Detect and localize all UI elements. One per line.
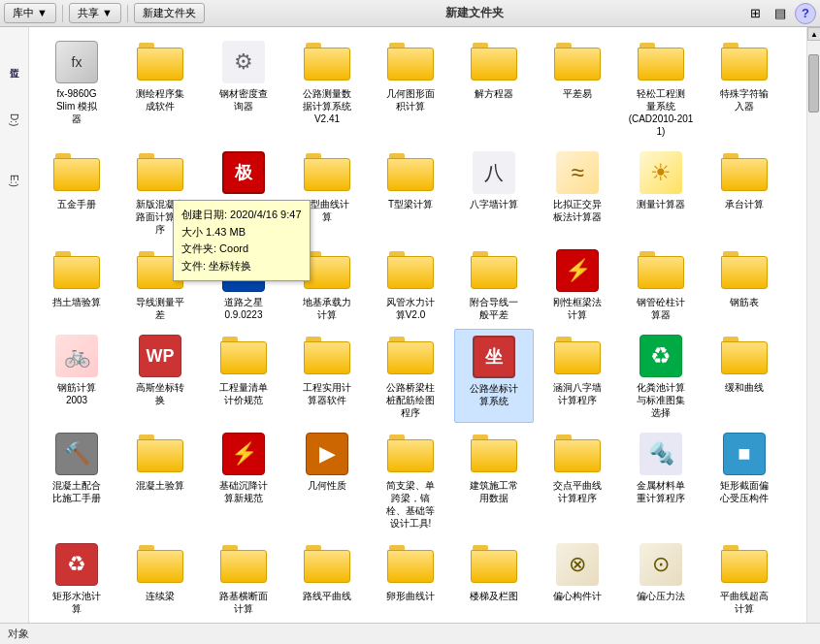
icon-label-poly-quality: 几何性质 [308,479,346,492]
icon-label-pipe-pile: 钢管砼柱计算器 [637,296,685,321]
icon-img-bridge-pile [387,333,434,379]
icon-label-route-plan: 路线平曲线 [303,590,351,602]
scroll-thumb[interactable] [808,54,819,113]
tooltip-folder: 文件夹: Coord [181,241,302,258]
icon-item-rebar-table[interactable]: 钢筋表 [705,243,784,325]
icon-item-roadside-section[interactable]: 路基横断面计算 [204,537,283,619]
icon-label-intersection: 交点平曲线计算程序 [553,479,602,504]
icon-img-coord-sys: 坐 [471,334,517,380]
icon-img-ventilation [387,247,434,294]
scroll-track[interactable] [807,41,820,630]
icon-item-plane-raise[interactable]: 平曲线超高计算 [705,537,784,619]
icon-item-culvert-8wall[interactable]: 涵洞八字墙计算程序 [538,329,617,423]
icon-img-metal-material: 🔩 [638,431,684,477]
icon-item-coord-sys[interactable]: 坐 公路坐标计算系统 [454,329,534,423]
view-icon[interactable]: ⊞ [744,3,766,24]
icon-item-practical-calc[interactable]: 工程实用计算器软件 [287,329,367,423]
main-layout: 位置 D:) E:) 创建日期: 2020/4/16 9:47 大小 1.43 … [0,27,820,644]
icon-img-road-measure [304,39,350,85]
icon-item-hardware-manual[interactable]: 五金手册 [37,145,116,240]
icon-label-fx-9860: fx-9860GSlim 模拟器 [56,87,97,125]
icon-item-foundation-settle[interactable]: ⚡ 基础沉降计算新规范 [204,427,283,533]
new-folder-button[interactable]: 新建文件夹 [134,3,205,23]
sidebar-item-e[interactable]: E:) [2,151,27,209]
icon-item-bearing-calc[interactable]: 承台计算 [705,145,784,240]
sidebar-item-d[interactable]: D:) [2,91,27,149]
icon-img-retaining-wall [53,247,100,294]
icon-item-easy-diff[interactable]: 平差易 [538,35,617,142]
icon-label-rebar-calc: 钢筋计算2003 [57,381,96,406]
tooltip: 创建日期: 2020/4/16 9:47 大小 1.43 MB 文件夹: Coo… [173,200,311,281]
icon-item-8-wall[interactable]: 八 八字墙计算 [454,145,534,240]
icon-img-concrete-mix: 🔨 [53,431,100,477]
icon-label-culvert-8wall: 涵洞八字墙计算程序 [553,381,602,406]
icon-item-stair-plan[interactable]: 楼梯及栏图 [454,537,534,619]
icon-item-quantity-list[interactable]: 工程量清单计价规范 [204,329,283,423]
tooltip-size: 大小 1.43 MB [181,224,302,242]
icon-item-ventilation[interactable]: 风管水力计算V2.0 [371,243,450,325]
icon-label-metal-material: 金属材料单重计算程序 [637,479,685,504]
icon-item-route-plan[interactable]: 路线平曲线 [287,537,367,619]
icon-item-bridge-pile[interactable]: 公路桥梁柱桩配筋绘图程序 [371,329,450,423]
lib-button[interactable]: 库中 ▼ [4,3,56,23]
icon-item-poly-quality[interactable]: ▶ 几何性质 [287,427,367,533]
icon-item-light-eng[interactable]: 轻松工程测量系统(CAD2010-2011) [621,35,701,142]
sidebar: 位置 D:) E:) [0,27,29,644]
icon-item-simple-beam[interactable]: 简支梁、单跨梁，镐栓、基础等设计工具! [371,427,450,533]
icon-label-eccentric: 偏心构件计 [553,590,602,602]
icon-item-retaining-wall[interactable]: 挡土墙验算 [37,243,116,325]
icon-item-measure-prog[interactable]: 测绘程序集成软件 [120,35,200,142]
toolbar-separator [62,5,63,22]
help-icon[interactable]: ? [795,3,816,24]
icon-item-equation[interactable]: 解方程器 [454,35,534,142]
icon-item-compare-diff[interactable]: ≈ 比拟正交异板法计算器 [538,145,617,240]
icon-item-concrete-mix[interactable]: 🔨 混凝土配合比施工手册 [37,427,116,533]
icon-img-geo-face [387,39,434,85]
icon-item-rect-section[interactable]: ■ 矩形截面偏心受压构件 [705,427,784,533]
icon-item-steel-density[interactable]: ⚙ 钢材密度查询器 [204,35,283,142]
sidebar-item-location[interactable]: 位置 [2,31,27,89]
icon-label-bridge-pile: 公路桥梁柱桩配筋绘图程序 [386,381,435,419]
share-button[interactable]: 共享 ▼ [69,3,121,23]
content-area[interactable]: 创建日期: 2020/4/16 9:47 大小 1.43 MB 文件夹: Coo… [29,27,806,644]
icon-item-continuous-beam[interactable]: 连续梁 [120,537,200,619]
icon-img-rect-pool: ♻ [53,541,100,588]
icon-label-coord-sys: 公路坐标计算系统 [470,382,518,407]
icon-label-star-road: 道路之星0.9.0223 [224,296,263,321]
icon-label-geo-face: 几何图形面积计算 [386,87,435,113]
icon-item-building-site[interactable]: 建筑施工常用数据 [454,427,534,533]
icon-item-blend-curve[interactable]: 缓和曲线 [705,329,784,423]
icon-item-intersection[interactable]: 交点平曲线计算程序 [538,427,617,533]
icon-item-survey-calc[interactable]: ☀ 测量计算器 [621,145,701,240]
icon-item-eccentric[interactable]: ⊗ 偏心构件计 [538,537,617,619]
icon-item-rebar-calc[interactable]: 🚲 钢筋计算2003 [37,329,116,423]
icon-label-bearing-calc: 承台计算 [725,198,764,210]
icon-label-concrete-test: 混凝土验算 [136,479,184,492]
icon-img-continuous-beam [137,541,183,588]
icon-item-rect-pool[interactable]: ♻ 矩形水池计算 [37,537,116,619]
icon-img-plane-raise [721,541,768,588]
icon-item-eccentric-press[interactable]: ⊙ 偏心压力法 [621,537,701,619]
icon-item-gauss[interactable]: WP 高斯坐标转换 [120,329,200,423]
icon-label-continuous-beam: 连续梁 [146,590,175,602]
icon-item-concrete-test[interactable]: 混凝土验算 [120,427,200,533]
icon-item-geo-face[interactable]: 几何图形面积计算 [371,35,450,142]
icon-img-concrete-test [137,431,183,477]
icon-item-pipe-pile[interactable]: 钢管砼柱计算器 [621,243,701,325]
scroll-up-button[interactable]: ▲ [807,27,820,41]
icon-item-metal-material[interactable]: 🔩 金属材料单重计算程序 [621,427,701,533]
icon-item-oval-curve[interactable]: 卵形曲线计 [371,537,450,619]
icon-grid: fx fx-9860GSlim 模拟器 测绘程序集成软件 ⚙ 钢材密度查询器 公… [37,35,799,644]
icon-item-chem-pond[interactable]: ♻ 化粪池计算与标准图集选择 [621,329,701,423]
icon-item-road-measure[interactable]: 公路测量数据计算系统V2.41 [287,35,367,142]
icon-item-special-sym[interactable]: 特殊字符输入器 [705,35,784,142]
tooltip-file: 文件: 坐标转换 [181,258,302,275]
icon-img-bearing-capacity [304,247,350,294]
icon-label-light-eng: 轻松工程测量系统(CAD2010-2011) [625,87,697,138]
icon-item-fx-9860[interactable]: fx fx-9860GSlim 模拟器 [37,35,116,142]
icon-item-compound-guide[interactable]: 附合导线一般平差 [454,243,534,325]
icon-item-rigid-frame[interactable]: ⚡ 刚性框梁法计算 [538,243,617,325]
icon-item-t-beam[interactable]: T型梁计算 [371,145,450,240]
icon-img-oval-curve [387,541,434,588]
layout-icon[interactable]: ▤ [770,3,791,24]
